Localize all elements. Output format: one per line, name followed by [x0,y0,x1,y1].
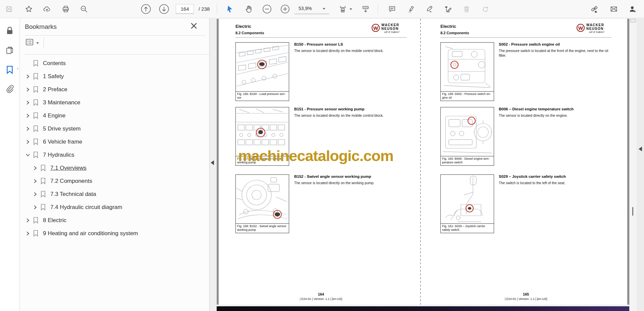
bookmark-item-4-engine[interactable]: 4 Engine [20,109,208,122]
lock-icon[interactable] [5,26,15,36]
scrollbar-thumb[interactable] [632,207,633,216]
bookmark-label[interactable]: 5 Drive system [43,125,80,132]
previous-page-icon[interactable] [140,3,152,15]
component-heading: S029 – Joystick carrier safety switch [499,174,614,178]
logo-brand-top: WACKER [381,23,399,27]
hand-tool-icon[interactable] [245,5,253,13]
sidebar-rail [0,18,20,311]
chevron-right-icon[interactable] [33,192,38,197]
add-person-icon[interactable] [629,5,637,13]
chevron-down-icon[interactable] [350,8,352,10]
bookmark-item-5-drive-system[interactable]: 5 Drive system [20,122,208,135]
bookmark-label[interactable]: 8 Electric [43,217,66,224]
bookmark-label[interactable]: 3 Maintenance [43,99,80,106]
figure-caption: Fig. 161: S029 – Joystick carriersafety … [441,224,494,233]
attachment-icon[interactable] [5,84,15,94]
right-gutter [637,18,644,311]
page-header-subtitle: 8.2 Components [440,31,469,35]
zoom-out-icon[interactable] [262,4,272,14]
chevron-right-icon[interactable] [25,113,30,118]
bookmark-label[interactable]: 4 Engine [43,112,65,119]
share-link-icon[interactable] [590,5,598,13]
figure-b150: Fig. 156: B150 - Load pressure sen-sor [235,42,289,101]
pages-copy-icon[interactable] [5,45,15,55]
bookmark-item-1-safety[interactable]: 1 Safety [20,70,208,83]
bookmark-label[interactable]: 7.2 Components [50,178,92,185]
toolbar: / 238 53,9% [0,0,644,18]
print-icon[interactable] [62,5,70,13]
bookmark-options-button[interactable] [25,38,42,48]
bookmark-label[interactable]: Contents [43,60,66,67]
bookmark-label[interactable]: 6 Vehicle frame [43,139,82,145]
bookmark-icon [33,112,39,119]
bookmark-item-7-4-hydraulic-circuit-diagram[interactable]: 7.4 Hydraulic circuit diagram [20,201,208,214]
chevron-right-icon[interactable] [25,139,30,145]
bookmark-item-contents[interactable]: Contents [20,57,208,70]
pdf-viewer-window: / 238 53,9% [0,0,644,311]
chevron-right-icon[interactable] [25,100,30,105]
zoom-in-icon[interactable] [280,4,290,14]
bookmark-label[interactable]: 7.4 Hydraulic circuit diagram [50,204,122,211]
chevron-right-icon[interactable] [33,178,38,184]
fill-and-sign-icon[interactable] [444,5,452,13]
chevron-right-icon[interactable] [33,205,38,210]
bookmark-item-9-heating-air-conditioning[interactable]: 9 Heating and air conditioning system [20,227,208,240]
bookmark-item-7-3-technical-data[interactable]: 7.3 Technical data [20,188,208,201]
next-page-top-edge [217,306,629,311]
redo-icon[interactable] [481,5,489,13]
bookmark-item-3-maintenance[interactable]: 3 Maintenance [20,96,208,109]
bookmark-item-6-vehicle-frame[interactable]: 6 Vehicle frame [20,135,208,148]
highlighter-icon[interactable] [407,5,415,13]
page-number-input[interactable] [176,4,194,14]
bookmark-label[interactable]: 1 Safety [43,73,64,80]
bookmark-item-7-2-components[interactable]: 7.2 Components [20,174,208,188]
signature-icon[interactable] [426,5,434,13]
bookmarks-panel-icon[interactable] [5,65,15,75]
bookmark-item-8-electric[interactable]: 8 Electric [20,214,208,227]
select-tool-icon[interactable] [226,5,234,13]
bookmark-icon [33,60,39,67]
page-footer-meta: | E24-01 | Version: 1.1 | [en-US] [235,297,407,301]
search-icon[interactable] [80,5,88,13]
zoom-level-value: 53,9% [299,4,312,13]
bookmark-label[interactable]: 9 Heating and air conditioning system [43,230,138,237]
chevron-right-icon[interactable] [25,87,30,92]
bookmark-item-7-1-overviews[interactable]: 7.1 Overviews [20,161,208,174]
delete-icon[interactable] [463,5,471,13]
bookmark-item-7-hydraulics[interactable]: 7 Hydraulics [20,148,208,161]
bookmark-icon [33,217,39,224]
logo-brand-bottom: NEUSON [586,27,604,31]
chevron-down-icon[interactable] [25,152,30,158]
save-icon[interactable] [5,5,13,13]
header-rule [440,37,611,38]
chevron-right-icon[interactable] [25,231,30,236]
chevron-right-icon[interactable] [25,74,30,79]
panel-divider [25,35,205,36]
wacker-neuson-logo: W WACKER NEUSON all it takes! [372,23,407,37]
bookmark-icon [33,125,39,132]
page-scrolling-icon[interactable] [362,5,370,13]
favorite-star-icon[interactable] [25,5,33,13]
vertical-scrollbar[interactable] [629,18,637,311]
bookmark-item-2-preface[interactable]: 2 Preface [20,83,208,96]
collapse-panel-chevron-icon[interactable]: ‹ [17,65,19,72]
chevron-right-icon[interactable] [33,165,38,171]
collapse-left-arrow-icon[interactable] [211,160,214,165]
header-rule [235,37,407,38]
bookmark-label[interactable]: 2 Preface [43,86,67,93]
collapse-right-arrow-icon[interactable] [639,147,642,151]
bookmark-label[interactable]: 7.1 Overviews [50,165,87,171]
bookmark-label[interactable]: 7 Hydraulics [43,152,74,158]
email-icon[interactable] [610,5,618,13]
fit-width-icon[interactable] [339,5,347,13]
chevron-right-icon[interactable] [25,126,30,132]
close-icon[interactable] [189,21,199,31]
zoom-level-dropdown[interactable]: 53,9% [294,4,329,14]
figure-s029: Fig. 161: S029 – Joystick carriersafety … [440,174,494,233]
chevron-right-icon[interactable] [25,218,30,223]
comment-icon[interactable] [388,5,396,13]
bookmark-label[interactable]: 7.3 Technical data [50,191,96,198]
next-page-icon[interactable] [158,3,170,15]
figure-b150-image [236,43,289,92]
cloud-upload-icon[interactable] [43,5,51,13]
